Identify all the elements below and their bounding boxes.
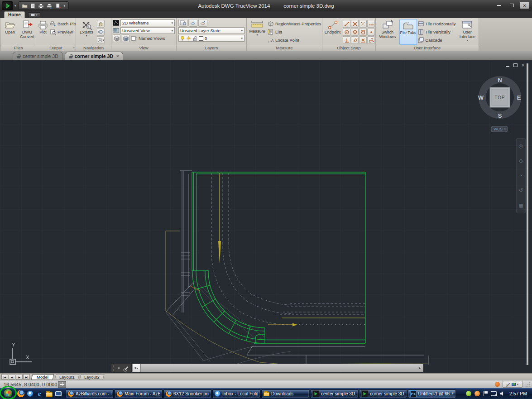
viewcube-west[interactable]: W <box>478 94 484 101</box>
dwg-convert-button[interactable]: DWG Convert <box>19 19 35 45</box>
navbar-full-navigation-wheel-icon[interactable]: ◎ <box>519 143 523 149</box>
quick-launch-internet-explorer-icon[interactable]: e <box>36 390 43 397</box>
qat-document-icon[interactable] <box>30 3 35 9</box>
file-tab-close-icon[interactable]: × <box>116 54 119 58</box>
taskbar-button-photoshop[interactable]: Ps Untitled-1 @ 66.7%... <box>408 389 456 398</box>
visual-style-dropdown[interactable]: 2D Wireframe ▾ <box>120 19 175 26</box>
batch-plot-button[interactable]: Batch Plot <box>50 20 76 28</box>
status-notification-icon[interactable] <box>495 382 500 387</box>
tray-icon-green[interactable] <box>466 391 471 396</box>
snap-center-button[interactable] <box>343 28 350 36</box>
snap-perpendicular-button[interactable] <box>343 36 350 44</box>
taskbar-button-center-simple[interactable]: center simple 3D.d... <box>310 389 358 398</box>
region-mass-properties-button[interactable]: Region/Mass Properties <box>268 20 321 28</box>
quick-launch-globe-icon[interactable] <box>27 391 33 397</box>
navbar-zoom-icon[interactable]: ◔ <box>519 173 522 178</box>
command-line-grip[interactable] <box>113 365 114 371</box>
application-menu-caret-icon[interactable]: ▾ <box>14 4 16 8</box>
next-tab-button[interactable]: ▶ <box>16 374 23 380</box>
taskbar-button-main-forum[interactable]: Main Forum - AzBil... <box>115 389 163 398</box>
command-history-up-icon[interactable]: ▲ <box>418 366 421 369</box>
tab-model[interactable]: Model <box>31 374 54 380</box>
navbar-orbit-icon[interactable]: ↺ <box>519 187 523 193</box>
view-dropdown[interactable]: Unsaved View ▾ <box>120 27 175 34</box>
close-button[interactable]: × <box>520 2 529 9</box>
command-prompt-button[interactable]: > ▾ <box>132 364 140 372</box>
application-menu-button[interactable] <box>2 1 13 10</box>
snap-insertion-button[interactable] <box>367 36 375 44</box>
qat-plot-icon[interactable] <box>38 3 44 9</box>
ribbon-display-toggle-button[interactable]: ▾ <box>28 12 40 17</box>
layer-state-save-button[interactable] <box>198 19 207 27</box>
qat-batch-plot-icon[interactable] <box>47 3 53 9</box>
snap-endpoint-button[interactable] <box>343 20 350 28</box>
drawing-canvas[interactable]: Y X N S E W TOP WCS × ◎ <box>0 60 532 373</box>
taskbar-button-corner-simple[interactable]: corner simple 3D.d... <box>359 389 407 398</box>
snap-apparent-intersection-button[interactable] <box>359 20 367 28</box>
quick-launch-desktop-icon[interactable] <box>55 391 62 396</box>
qat-open-icon[interactable] <box>22 3 28 9</box>
named-views-button[interactable]: Named Views <box>131 34 165 42</box>
maximize-button[interactable] <box>507 2 517 9</box>
steering-wheel-button[interactable]: ▾ <box>97 36 105 44</box>
workspace-tools-button[interactable]: ▾ <box>503 381 522 388</box>
layer-dropdown[interactable]: 0 ▾ <box>178 35 244 42</box>
snap-extension-button[interactable] <box>367 20 375 28</box>
preview-button[interactable]: Preview <box>50 28 76 36</box>
vertical-scrollbar[interactable] <box>527 63 528 365</box>
view-cube-display-button[interactable] <box>113 34 120 42</box>
command-line-customize-button[interactable] <box>123 365 129 371</box>
snap-tangent-button[interactable] <box>359 28 367 36</box>
command-line-close-button[interactable]: × <box>115 365 122 371</box>
viewcube-east[interactable]: E <box>517 94 521 101</box>
output-dialog-launcher-icon[interactable]: » <box>73 45 75 51</box>
extents-button[interactable]: Extents ▾ <box>77 19 96 45</box>
taskbar-button-azbilliards[interactable]: AzBilliards.com - P... <box>66 389 114 398</box>
snap-intersection-button[interactable] <box>351 20 359 28</box>
snap-node-button[interactable] <box>367 28 375 36</box>
network-icon[interactable] <box>491 391 497 396</box>
viewcube-north[interactable]: N <box>498 77 502 83</box>
snap-nearest-button[interactable] <box>359 36 367 44</box>
file-tab-center-simple[interactable]: center simple 3D <box>13 52 63 60</box>
minimize-button[interactable] <box>494 2 504 9</box>
resize-grip[interactable] <box>525 382 531 387</box>
volume-icon[interactable] <box>500 391 505 396</box>
navbar-pan-icon[interactable]: ⊕ <box>519 158 523 164</box>
open-button[interactable]: Open <box>2 19 18 45</box>
navbar-showmotion-icon[interactable]: ▦ <box>518 202 523 208</box>
file-tabs-button[interactable]: File Tabs <box>399 19 417 45</box>
layer-state-dropdown[interactable]: Unsaved Layer State ▾ <box>178 27 244 34</box>
qat-dropdown-caret-icon[interactable]: ▾ <box>64 4 66 8</box>
layer-state-restore-button[interactable] <box>188 19 197 27</box>
taskbar-button-downloads[interactable]: Downloads <box>261 389 309 398</box>
file-tab-corner-simple[interactable]: corner simple 3D × <box>65 52 123 60</box>
cascade-button[interactable]: Cascade <box>418 36 455 44</box>
action-center-flag-icon[interactable] <box>483 391 488 397</box>
start-button[interactable] <box>3 389 13 398</box>
doc-close-button[interactable]: × <box>522 63 524 67</box>
tile-horizontally-button[interactable]: Tile Horizontally <box>418 20 455 28</box>
plot-button[interactable]: Plot <box>37 19 49 45</box>
first-tab-button[interactable]: |◀ <box>1 374 8 380</box>
navigation-bar[interactable]: ◎ ⊕ ◔ ↺ ▦ <box>516 138 526 213</box>
tab-layout1[interactable]: Layout1 <box>54 374 79 380</box>
snap-parallel-button[interactable] <box>351 36 359 44</box>
tray-icon-orange[interactable] <box>474 391 480 396</box>
user-interface-button[interactable]: User Interface ▾ <box>456 19 478 45</box>
infer-constraints-button[interactable] <box>58 381 66 388</box>
clock[interactable]: 2:57 PM <box>509 391 527 396</box>
quick-launch-firefox-icon[interactable] <box>17 390 24 397</box>
qat-publish-icon[interactable] <box>55 3 61 9</box>
doc-minimize-button[interactable] <box>506 66 509 67</box>
doc-restore-button[interactable] <box>513 63 518 67</box>
snap-quadrant-button[interactable] <box>351 28 359 36</box>
tab-layout2[interactable]: Layout2 <box>79 374 104 380</box>
tab-home[interactable]: Home <box>4 11 25 18</box>
tile-vertically-button[interactable]: Tile Vertically <box>418 28 455 36</box>
measure-button[interactable]: Measure ▾ <box>248 19 267 45</box>
orbit-button[interactable] <box>97 28 105 36</box>
viewcube-south[interactable]: S <box>498 112 502 119</box>
last-tab-button[interactable]: ▶| <box>23 374 30 380</box>
previous-tab-button[interactable]: ◀ <box>9 374 15 380</box>
